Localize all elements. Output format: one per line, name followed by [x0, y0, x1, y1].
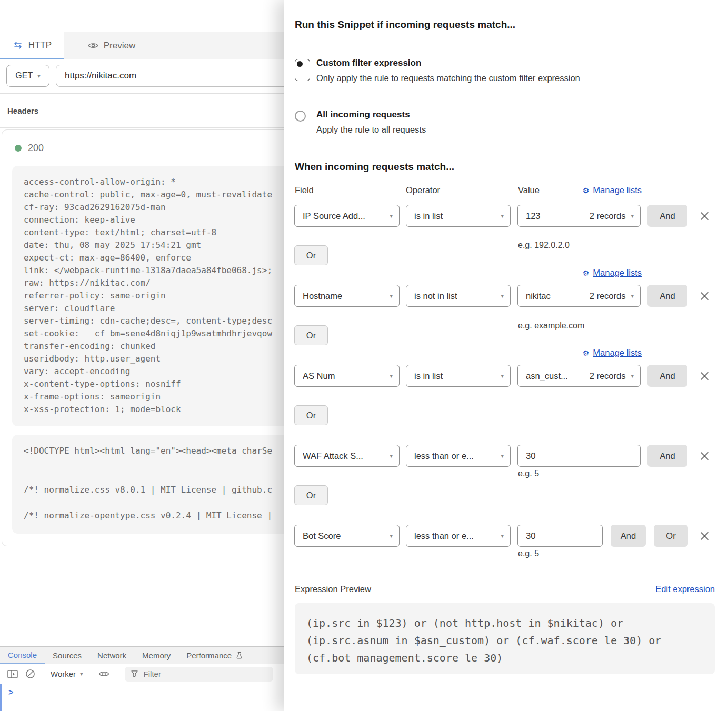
devtools-tab-memory[interactable]: Memory — [134, 647, 178, 664]
value-list-select-row2[interactable]: nikitac 2 records▾ — [517, 285, 641, 307]
field-select-row1[interactable]: IP Source Add...▾ — [294, 205, 400, 227]
operator-select-row3[interactable]: is in list▾ — [406, 365, 511, 387]
toolbar-divider — [91, 668, 91, 680]
operator-select-row1[interactable]: is in list▾ — [406, 205, 511, 227]
console-filter — [125, 667, 273, 682]
field-select-row4[interactable]: WAF Attack S...▾ — [294, 445, 400, 467]
operator-select-row2[interactable]: is not in list▾ — [406, 285, 511, 307]
edit-expression-link[interactable]: Edit expression — [655, 584, 715, 594]
left-top-spacer — [0, 0, 284, 32]
chevron-down-icon: ▾ — [37, 73, 41, 79]
app-root: HTTP Preview GET ▾ Headers 200 access-co… — [0, 0, 728, 711]
radio-all-incoming-requests[interactable] — [295, 111, 306, 122]
url-input[interactable] — [56, 65, 293, 87]
field-select-row5[interactable]: Bot Score▾ — [294, 525, 400, 547]
radio-all-requests-label: All incoming requests — [316, 109, 410, 120]
radio-custom-filter-expression[interactable] — [295, 59, 310, 81]
chevron-down-icon: ▾ — [501, 453, 504, 459]
request-tabs: HTTP Preview — [0, 32, 284, 59]
chevron-down-icon: ▾ — [390, 533, 393, 539]
radio-custom-filter-description: Only apply the rule to requests matching… — [316, 73, 580, 83]
and-button-row4[interactable]: And — [647, 445, 687, 467]
remove-condition-row4[interactable] — [695, 445, 714, 467]
headers-section-header: Headers — [0, 94, 284, 128]
column-label-value: Value — [518, 185, 540, 195]
devtools-tab-console[interactable]: Console — [0, 647, 45, 664]
value-input-row4[interactable] — [517, 445, 641, 467]
gear-icon: ⚙ — [583, 349, 590, 357]
and-button-row1[interactable]: And — [647, 205, 687, 227]
manage-lists-link[interactable]: ⚙ Manage lists — [583, 348, 642, 358]
chevron-down-icon: ▾ — [631, 373, 634, 379]
remove-condition-row2[interactable] — [695, 285, 714, 307]
console-caret-bar — [0, 684, 2, 711]
or-button-4[interactable]: Or — [294, 485, 328, 505]
headers-title: Headers — [7, 106, 38, 115]
remove-condition-row5[interactable] — [695, 525, 714, 547]
or-button-2[interactable]: Or — [294, 325, 328, 345]
close-icon — [700, 212, 709, 221]
gear-icon: ⚙ — [583, 269, 590, 277]
devtools-tabbar: Console Sources Network Memory Performan… — [0, 646, 284, 664]
close-icon — [700, 372, 709, 380]
column-label-operator: Operator — [406, 185, 440, 195]
value-hint-row1: e.g. 192.0.2.0 — [518, 241, 570, 250]
operator-select-row5[interactable]: less than or e...▾ — [406, 525, 511, 547]
operator-select-row4[interactable]: less than or e...▾ — [406, 445, 511, 467]
worker-label: Worker — [51, 669, 76, 678]
chevron-down-icon: ▾ — [631, 213, 634, 219]
request-bar: GET ▾ — [0, 59, 284, 94]
swap-arrows-icon — [13, 42, 23, 49]
chevron-down-icon: ▾ — [390, 293, 393, 299]
close-icon — [700, 292, 709, 301]
remove-condition-row1[interactable] — [695, 205, 714, 227]
flask-icon — [235, 652, 243, 659]
chevron-down-icon: ▾ — [390, 213, 393, 219]
and-button-row5[interactable]: And — [611, 525, 646, 547]
snippet-rule-drawer: Run this Snippet if incoming requests ma… — [284, 0, 728, 711]
or-button-3[interactable]: Or — [294, 405, 328, 425]
expression-preview-label: Expression Preview — [295, 584, 371, 594]
chevron-down-icon: ▾ — [501, 293, 504, 299]
status-dot — [15, 145, 22, 152]
manage-lists-link[interactable]: ⚙ Manage lists — [583, 185, 642, 195]
status-row: 200 — [15, 143, 317, 154]
devtools-tab-performance[interactable]: Performance — [178, 647, 251, 664]
console-prompt: > — [8, 688, 13, 697]
devtools-tab-network[interactable]: Network — [89, 647, 134, 664]
method-label: GET — [15, 71, 33, 81]
tab-http[interactable]: HTTP — [0, 32, 64, 59]
and-button-row2[interactable]: And — [647, 285, 687, 307]
value-list-select-row3[interactable]: asn_cust... 2 records▾ — [517, 365, 641, 387]
column-label-field: Field — [295, 185, 314, 195]
and-button-row3[interactable]: And — [647, 365, 687, 387]
console-toolbar: Worker ▾ — [0, 664, 284, 684]
manage-lists-link[interactable]: ⚙ Manage lists — [583, 268, 642, 278]
expression-preview-code: (ip.src in $123) or (not http.host in $n… — [295, 603, 715, 674]
chevron-down-icon: ▾ — [501, 533, 504, 539]
drawer-title: Run this Snippet if incoming requests ma… — [295, 19, 515, 31]
worker-dropdown[interactable]: Worker ▾ — [51, 669, 83, 678]
match-title: When incoming requests match... — [295, 161, 454, 173]
tab-preview[interactable]: Preview — [64, 32, 159, 59]
toolbar-divider — [117, 668, 117, 680]
console-area[interactable]: > — [0, 684, 284, 711]
value-input-row5[interactable] — [517, 525, 603, 547]
eye-icon[interactable] — [98, 670, 109, 677]
field-select-row2[interactable]: Hostname▾ — [294, 285, 400, 307]
or-button-1[interactable]: Or — [294, 245, 328, 265]
gear-icon: ⚙ — [583, 186, 590, 195]
close-icon — [700, 452, 709, 460]
devtools-tab-sources[interactable]: Sources — [45, 647, 89, 664]
chevron-down-icon: ▾ — [501, 213, 504, 219]
field-select-row3[interactable]: AS Num▾ — [294, 365, 400, 387]
chevron-down-icon: ▾ — [80, 671, 83, 677]
value-list-select-row1[interactable]: 123 2 records▾ — [517, 205, 641, 227]
remove-condition-row3[interactable] — [695, 365, 714, 387]
filter-input[interactable] — [143, 669, 250, 679]
clear-console-icon[interactable] — [25, 669, 35, 679]
toggle-sidebar-icon[interactable] — [7, 670, 18, 678]
method-dropdown[interactable]: GET ▾ — [6, 65, 49, 87]
toolbar-divider — [43, 668, 43, 680]
or-button-row5[interactable]: Or — [654, 525, 688, 547]
